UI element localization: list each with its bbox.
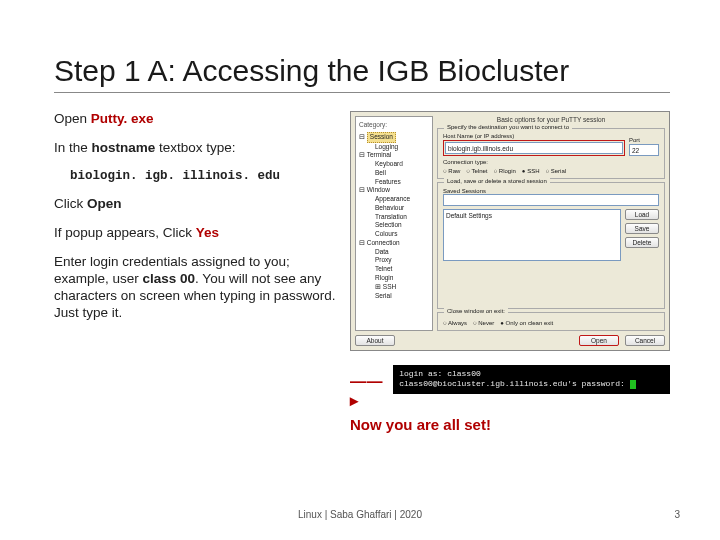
arrow-icon: — — ▸ [350, 373, 385, 410]
text: In the [54, 140, 92, 155]
hostname-word: hostname [92, 140, 156, 155]
radio-ssh[interactable]: SSH [522, 168, 540, 174]
text: Open [54, 111, 91, 126]
sessions-group: Load, save or delete a stored session Sa… [437, 182, 665, 309]
tree-proxy[interactable]: Proxy [359, 256, 429, 265]
hostname-highlight: biologin.igb.illinois.edu [443, 140, 625, 156]
radio-never[interactable]: Never [473, 320, 494, 326]
tree-selection[interactable]: Selection [359, 221, 429, 230]
sessions-caption: Load, save or delete a stored session [444, 178, 550, 184]
tree-rlogin[interactable]: Rlogin [359, 274, 429, 283]
radio-clean[interactable]: Only on clean exit [500, 320, 553, 326]
radio-raw[interactable]: Raw [443, 168, 460, 174]
open-button[interactable]: Open [579, 335, 619, 346]
title-divider [54, 92, 670, 93]
putty-window: Category: ⊟ Session Logging ⊟ Terminal K… [350, 111, 670, 351]
step-open: Open Putty. exe [54, 111, 340, 128]
tree-serial[interactable]: Serial [359, 292, 429, 301]
step-hostname: In the hostname textbox type: [54, 140, 340, 157]
terminal-line-2: class00@biocluster.igb.illinois.edu's pa… [399, 379, 664, 389]
load-button[interactable]: Load [625, 209, 659, 220]
terminal-line-1: login as: class00 [399, 369, 664, 379]
tree-behaviour[interactable]: Behaviour [359, 204, 429, 213]
tree-keyboard[interactable]: Keyboard [359, 160, 429, 169]
text: If popup appears, Click [54, 225, 196, 240]
content-row: Open Putty. exe In the hostname textbox … [54, 111, 670, 433]
tree-bell[interactable]: Bell [359, 169, 429, 178]
about-button[interactable]: About [355, 335, 395, 346]
step-popup: If popup appears, Click Yes [54, 225, 340, 242]
host-input[interactable]: biologin.igb.illinois.edu [445, 142, 623, 154]
tree-logging[interactable]: Logging [359, 143, 429, 152]
save-button[interactable]: Save [625, 223, 659, 234]
tree-ssh[interactable]: ⊞ SSH [359, 283, 429, 292]
tree-appearance[interactable]: Appearance [359, 195, 429, 204]
close-group: Close window on exit: Always Never Only … [437, 312, 665, 331]
instructions-column: Open Putty. exe In the hostname textbox … [54, 111, 340, 433]
sessions-list[interactable]: Default Settings [443, 209, 621, 261]
putty-exe-label: Putty. exe [91, 111, 154, 126]
step-credentials: Enter login credentials assigned to you;… [54, 254, 340, 322]
radio-telnet[interactable]: Telnet [466, 168, 487, 174]
delete-button[interactable]: Delete [625, 237, 659, 248]
port-label: Port [629, 137, 659, 143]
dest-caption: Specify the destination you want to conn… [444, 124, 572, 130]
port-input[interactable]: 22 [629, 144, 659, 156]
close-caption: Close window on exit: [444, 308, 508, 314]
hostname-value: biologin. igb. illinois. edu [70, 169, 340, 185]
page-number: 3 [674, 509, 680, 520]
radio-serial[interactable]: Serial [545, 168, 566, 174]
step-click-open: Click Open [54, 196, 340, 213]
page-title: Step 1 A: Accessing the IGB Biocluster [54, 54, 670, 88]
session-default[interactable]: Default Settings [446, 212, 618, 219]
tree-colours[interactable]: Colours [359, 230, 429, 239]
tree-data[interactable]: Data [359, 248, 429, 257]
tree-connection[interactable]: ⊟ Connection [359, 239, 429, 248]
saved-label: Saved Sessions [443, 188, 486, 194]
host-label: Host Name (or IP address) [443, 133, 625, 139]
text: Click [54, 196, 87, 211]
tree-translation[interactable]: Translation [359, 213, 429, 222]
screenshots-column: Category: ⊟ Session Logging ⊟ Terminal K… [350, 111, 670, 433]
category-label: Category: [359, 121, 429, 130]
text: textbox type: [155, 140, 235, 155]
footer-credit: Linux | Saba Ghaffari | 2020 [0, 509, 720, 520]
putty-category-tree[interactable]: Category: ⊟ Session Logging ⊟ Terminal K… [355, 116, 433, 331]
tree-telnet[interactable]: Telnet [359, 265, 429, 274]
tree-session[interactable]: ⊟ Session [359, 132, 429, 143]
session-name-input[interactable] [443, 194, 659, 206]
cursor-icon [630, 380, 636, 389]
dest-group: Specify the destination you want to conn… [437, 128, 665, 179]
open-word: Open [87, 196, 122, 211]
tree-terminal[interactable]: ⊟ Terminal [359, 151, 429, 160]
conn-type-label: Connection type: [443, 159, 659, 165]
tree-window[interactable]: ⊟ Window [359, 186, 429, 195]
cancel-button[interactable]: Cancel [625, 335, 665, 346]
conn-type-radios: Raw Telnet Rlogin SSH Serial [443, 168, 659, 174]
yes-word: Yes [196, 225, 219, 240]
all-set-message: Now you are all set! [350, 416, 670, 433]
radio-rlogin[interactable]: Rlogin [494, 168, 516, 174]
panel-title: Basic options for your PuTTY session [437, 116, 665, 123]
radio-always[interactable]: Always [443, 320, 467, 326]
example-user: class 00 [143, 271, 196, 286]
terminal-window[interactable]: login as: class00 class00@biocluster.igb… [393, 365, 670, 394]
tree-features[interactable]: Features [359, 178, 429, 187]
